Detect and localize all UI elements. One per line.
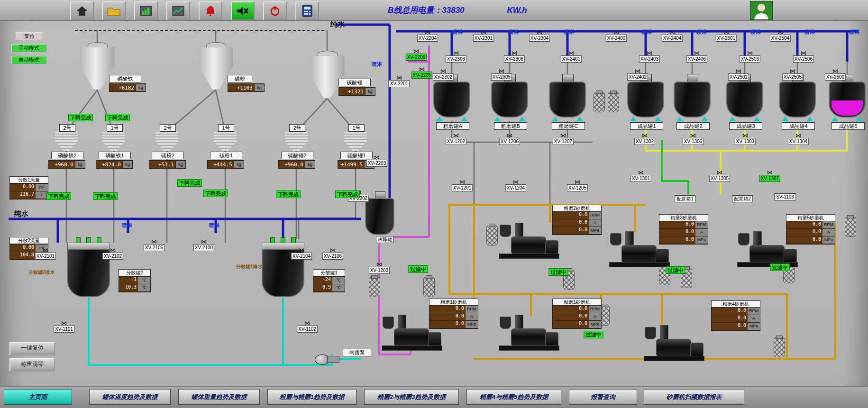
spray-label: 喷淋 xyxy=(696,28,707,36)
mute-button[interactable] xyxy=(231,1,255,20)
calculator-button[interactable] xyxy=(295,1,319,20)
valve-xv-1304[interactable]: ⋈XV-1304 xyxy=(788,134,809,145)
nav-fine2-fine3-trend[interactable]: 精磨2与精磨3趋势及数据 xyxy=(364,389,459,405)
valve-xv-2506[interactable]: ⋈XV-2506 xyxy=(793,51,814,63)
valve-xv-2504[interactable]: ⋈XV-2504 xyxy=(770,30,791,42)
valve-icon: ⋈ xyxy=(61,321,67,326)
valve-xv-2404[interactable]: ⋈XV-2404 xyxy=(662,30,683,42)
valve-xv-2304[interactable]: ⋈XV-2304 xyxy=(529,30,550,42)
valve-xv-1204[interactable]: ⋈XV-1204 xyxy=(505,180,526,191)
equipment-tag: 配置箱1 xyxy=(675,195,695,202)
title-value: 33830 xyxy=(442,6,464,15)
valve-xv-2101[interactable]: ⋈XV-2101 xyxy=(35,248,56,260)
valve-xv-1307[interactable]: ⋈XV-1307 xyxy=(759,171,780,182)
valve-icon: ⋈ xyxy=(690,134,696,138)
valve-xv-2105[interactable]: ⋈XV-2105 xyxy=(144,240,164,251)
equipment-tag: 配置箱2 xyxy=(732,195,753,202)
page-title: B线总用电量：33830KW.h xyxy=(388,5,527,16)
valve-xv-1206[interactable]: ⋈XV-1206 xyxy=(499,134,520,145)
valve-icon: ⋈ xyxy=(723,30,729,35)
valve-icon: ⋈ xyxy=(801,51,806,55)
valve-xv-2205[interactable]: ⋈XV-2205 xyxy=(411,67,432,79)
status-tag: 过滤中 xyxy=(666,266,685,274)
valve-xv-2402[interactable]: ⋈XV-2402 xyxy=(627,69,648,81)
valve-xv-2505[interactable]: ⋈XV-2505 xyxy=(782,69,803,81)
valve-xv-2302[interactable]: ⋈XV-2302 xyxy=(433,69,454,81)
home-icon xyxy=(76,5,88,17)
power-button[interactable] xyxy=(263,1,287,20)
valve-xv-2400[interactable]: ⋈XV-2400 xyxy=(606,30,627,42)
valve-xv-1203[interactable]: ⋈XV-1203 xyxy=(369,263,390,274)
valve-icon: ⋈ xyxy=(304,321,310,326)
alarm-button[interactable] xyxy=(199,1,222,20)
valve-icon: ⋈ xyxy=(299,248,304,253)
status-tag: 下料完成 xyxy=(177,179,202,187)
valve-xv-1102[interactable]: ⋈XV-1102 xyxy=(297,321,318,333)
valve-xv-1302[interactable]: ⋈XV-1302 xyxy=(634,134,655,145)
toolbar: B线总用电量：33830KW.h xyxy=(0,0,868,21)
title-label: B线总用电量： xyxy=(388,6,442,15)
valve-icon: ⋈ xyxy=(201,240,207,244)
valve-xv-2104[interactable]: ⋈XV-2104 xyxy=(291,248,312,260)
valve-xv-1305[interactable]: ⋈XV-1305 xyxy=(709,171,730,182)
spray-label: 喷淋 xyxy=(804,28,815,36)
valve-xv-2501[interactable]: ⋈XV-2501 xyxy=(716,30,737,42)
valve-xv-1205[interactable]: ⋈XV-1205 xyxy=(567,180,588,191)
valve-icon: ⋈ xyxy=(453,51,459,55)
valve-icon: ⋈ xyxy=(638,171,644,175)
valve-xv-1101[interactable]: ⋈XV-1101 xyxy=(54,321,74,333)
valve-xv-2502[interactable]: ⋈XV-2502 xyxy=(728,69,749,81)
valve-xv-2403[interactable]: ⋈XV-2403 xyxy=(639,51,660,63)
valve-icon: ⋈ xyxy=(669,30,675,35)
valve-xv-2500[interactable]: ⋈XV-2500 xyxy=(825,69,846,81)
trend-chart-2-button[interactable] xyxy=(166,1,190,20)
valve-xv-2102[interactable]: ⋈XV-2102 xyxy=(102,248,123,260)
valve-xv-1202[interactable]: ⋈XV-1202 xyxy=(446,134,466,145)
valve-xv-2106[interactable]: ⋈XV-2106 xyxy=(322,248,343,260)
valve-xv-2306[interactable]: ⋈XV-2306 xyxy=(504,51,525,63)
calculator-icon xyxy=(302,5,312,17)
valve-xv-1207[interactable]: ⋈XV-1207 xyxy=(553,134,574,145)
home-button[interactable] xyxy=(70,1,94,20)
valve-icon: ⋈ xyxy=(613,30,619,35)
valve-icon: ⋈ xyxy=(537,30,542,35)
speaker-mute-icon xyxy=(236,6,249,16)
valve-xv-2303[interactable]: ⋈XV-2303 xyxy=(446,51,466,63)
valve-icon: ⋈ xyxy=(499,69,504,73)
valve-xv-2301[interactable]: ⋈XV-2301 xyxy=(473,30,494,42)
valve-icon: ⋈ xyxy=(767,171,773,175)
valve-xv-2406[interactable]: ⋈XV-2406 xyxy=(686,51,707,63)
valve-xv-2201[interactable]: ⋈XV-2201 xyxy=(389,76,410,87)
valve-xv-2100[interactable]: ⋈XV-2100 xyxy=(193,240,214,251)
trend-chart-1-button[interactable] xyxy=(134,1,158,20)
nav-main-page[interactable]: 主页面 xyxy=(4,389,72,405)
spray-label: 喷淋 xyxy=(508,28,519,36)
valve-xv-2206[interactable]: ⋈XV-2206 xyxy=(406,49,427,61)
valve-icon: ⋈ xyxy=(790,69,795,73)
nav-alarm-query[interactable]: 报警查询 xyxy=(569,389,637,405)
nav-coarse-fine1-trend[interactable]: 粗磨与精磨1趋势及数据 xyxy=(267,389,356,405)
valve-xv-2204[interactable]: ⋈XV-2204 xyxy=(417,30,438,42)
valve-xv-2305[interactable]: ⋈XV-2305 xyxy=(491,69,512,81)
valve-xv-2503[interactable]: ⋈XV-2503 xyxy=(740,51,760,63)
valve-icon: ⋈ xyxy=(330,248,336,253)
valve-xv-1201[interactable]: ⋈XV-1201 xyxy=(452,180,473,191)
valve-xv-1301[interactable]: ⋈XV-1301 xyxy=(630,171,651,182)
trend-chart-1-icon xyxy=(140,6,152,16)
valve-xv-1303[interactable]: ⋈XV-1303 xyxy=(735,134,756,145)
nav-mill-scan-report[interactable]: 砂磨机扫频数据报表 xyxy=(644,389,744,405)
valve-icon: ⋈ xyxy=(513,180,519,184)
spray-label: 喷淋 xyxy=(122,222,132,229)
nav-tank-weight-trend[interactable]: 罐体重量趋势及数据 xyxy=(178,389,260,405)
valve-icon: ⋈ xyxy=(568,51,574,55)
user-icon xyxy=(750,1,772,19)
nav-tank-temperature-trend[interactable]: 罐体温度趋势及数据 xyxy=(89,389,171,405)
spray-label: 喷淋 xyxy=(452,28,463,36)
operator-avatar[interactable] xyxy=(750,1,773,20)
valve-xv-1306[interactable]: ⋈XV-1306 xyxy=(683,134,704,145)
valve-icon: ⋈ xyxy=(575,180,580,184)
folder-button[interactable] xyxy=(102,1,126,20)
nav-fine4-fine5-trend[interactable]: 精磨4与精磨5趋势及数据 xyxy=(466,389,561,405)
valve-xv-2401[interactable]: ⋈XV-2401 xyxy=(561,51,582,63)
valve-xv-2203[interactable]: ⋈XV-2203 xyxy=(366,155,387,167)
